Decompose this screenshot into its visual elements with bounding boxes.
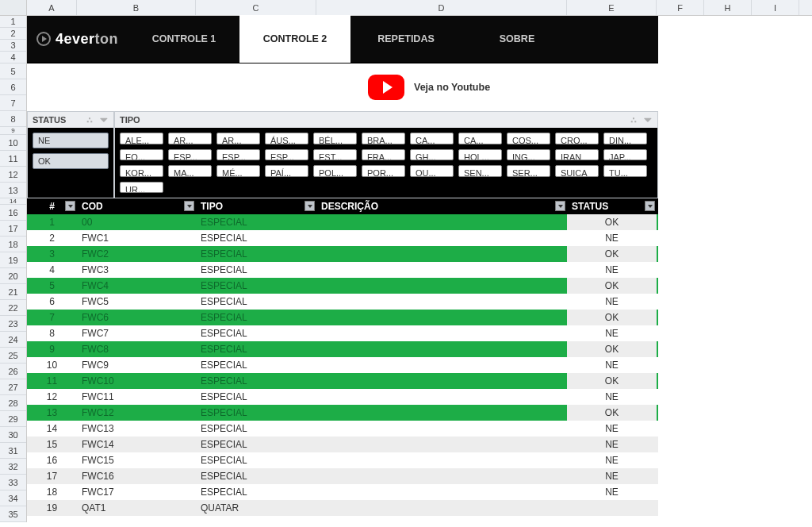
cell-desc[interactable] xyxy=(316,246,567,262)
th-num[interactable]: # xyxy=(27,198,77,214)
cell-status[interactable]: NE xyxy=(567,421,657,437)
nav-tab-sobre[interactable]: SOBRE xyxy=(462,15,573,63)
row-header-22[interactable]: 22 xyxy=(0,300,26,316)
row-header-12[interactable]: 12 xyxy=(0,167,26,183)
row-header-25[interactable]: 25 xyxy=(0,348,26,364)
slicer-tipo-chip[interactable]: SEN... xyxy=(458,165,502,177)
row-header-13[interactable]: 13 xyxy=(0,183,26,198)
row-header-31[interactable]: 31 xyxy=(0,443,26,459)
cell-desc[interactable] xyxy=(316,484,567,500)
cell-desc[interactable] xyxy=(316,500,567,516)
col-header-E[interactable]: E xyxy=(567,0,657,15)
filter-dropdown-icon[interactable] xyxy=(184,201,194,211)
slicer-status-chip[interactable]: NE xyxy=(33,133,109,148)
cell-num[interactable]: 2 xyxy=(27,230,77,246)
row-header-8[interactable]: 8 xyxy=(0,111,26,127)
slicer-tipo-chip[interactable]: SER... xyxy=(507,165,550,177)
row-header-3[interactable]: 3 xyxy=(0,40,26,52)
cell-tipo[interactable]: QUATAR xyxy=(196,500,316,516)
cell-cod[interactable]: 00 xyxy=(77,214,196,230)
row-header-10[interactable]: 10 xyxy=(0,135,26,151)
cell-status[interactable]: OK xyxy=(567,246,657,262)
cell-tipo[interactable]: ESPECIAL xyxy=(196,230,316,246)
cell-tipo[interactable]: ESPECIAL xyxy=(196,373,316,389)
clear-filter-icon[interactable]: ⏷ xyxy=(643,114,653,125)
table-row[interactable]: 3FWC2ESPECIALOK xyxy=(27,246,658,262)
table-row[interactable]: 5FWC4ESPECIALOK xyxy=(27,278,658,294)
cell-desc[interactable] xyxy=(316,310,567,325)
cell-status[interactable]: NE xyxy=(567,452,657,468)
cell-cod[interactable]: FWC8 xyxy=(77,341,196,357)
slicer-tipo-chip[interactable]: ALE... xyxy=(120,133,163,144)
cell-tipo[interactable]: ESPECIAL xyxy=(196,421,316,437)
slicer-tipo-chip[interactable]: POR... xyxy=(362,165,405,177)
row-header-29[interactable]: 29 xyxy=(0,411,26,427)
slicer-tipo-chip[interactable]: QU... xyxy=(410,165,454,177)
col-header-C[interactable]: C xyxy=(196,0,316,15)
cell-tipo[interactable]: ESPECIAL xyxy=(196,484,316,500)
cell-num[interactable]: 16 xyxy=(27,452,77,468)
row-header-26[interactable]: 26 xyxy=(0,364,26,379)
table-row[interactable]: 10FWC9ESPECIALNE xyxy=(27,357,658,373)
cell-desc[interactable] xyxy=(316,437,567,452)
cell-cod[interactable]: FWC15 xyxy=(77,452,196,468)
filter-dropdown-icon[interactable] xyxy=(304,201,315,211)
row-header-6[interactable]: 6 xyxy=(0,79,26,95)
cell-status[interactable]: NE xyxy=(567,437,657,452)
cell-tipo[interactable]: ESPECIAL xyxy=(196,294,316,310)
table-row[interactable]: 2FWC1ESPECIALNE xyxy=(27,230,658,246)
cell-num[interactable]: 15 xyxy=(27,437,77,452)
slicer-tipo-chip[interactable]: BÉL... xyxy=(313,133,357,144)
cell-status[interactable]: NE xyxy=(567,230,657,246)
cell-tipo[interactable]: ESPECIAL xyxy=(196,357,316,373)
slicer-tipo-chip[interactable]: MÉ... xyxy=(216,165,260,177)
cell-status[interactable] xyxy=(567,500,657,516)
slicer-tipo-chip[interactable]: TU... xyxy=(603,165,647,177)
row-header-33[interactable]: 33 xyxy=(0,475,26,490)
cell-cod[interactable]: FWC4 xyxy=(77,278,196,294)
cell-status[interactable]: NE xyxy=(567,262,657,278)
cell-cod[interactable]: FWC1 xyxy=(77,230,196,246)
row-header-17[interactable]: 17 xyxy=(0,221,26,237)
table-row[interactable]: 16FWC15ESPECIALNE xyxy=(27,452,658,468)
cell-desc[interactable] xyxy=(316,214,567,230)
cell-num[interactable]: 6 xyxy=(27,294,77,310)
filter-dropdown-icon[interactable] xyxy=(65,201,75,211)
cell-num[interactable]: 7 xyxy=(27,310,77,325)
th-desc[interactable]: DESCRIÇÃO xyxy=(316,198,567,214)
slicer-tipo-chip[interactable]: ING... xyxy=(507,149,550,161)
row-header-35[interactable]: 35 xyxy=(0,506,26,522)
cell-desc[interactable] xyxy=(316,452,567,468)
cell-cod[interactable]: FWC5 xyxy=(77,294,196,310)
cell-num[interactable]: 18 xyxy=(27,484,77,500)
row-header-28[interactable]: 28 xyxy=(0,395,26,411)
table-row[interactable]: 11FWC10ESPECIALOK xyxy=(27,373,658,389)
slicer-tipo-chip[interactable]: AR... xyxy=(216,133,260,144)
cell-num[interactable]: 14 xyxy=(27,421,77,437)
slicer-tipo-chip[interactable]: ESP... xyxy=(265,149,308,161)
col-header-B[interactable]: B xyxy=(77,0,196,15)
cell-tipo[interactable]: ESPECIAL xyxy=(196,405,316,421)
cell-status[interactable]: OK xyxy=(567,373,657,389)
slicer-tipo-chip[interactable]: JAP... xyxy=(603,149,647,161)
slicer-tipo-chip[interactable]: CA... xyxy=(410,133,454,144)
cell-desc[interactable] xyxy=(316,357,567,373)
cell-status[interactable]: NE xyxy=(567,484,657,500)
slicer-tipo-chip[interactable]: EQ... xyxy=(120,149,163,161)
cell-tipo[interactable]: ESPECIAL xyxy=(196,468,316,484)
cell-cod[interactable]: FWC14 xyxy=(77,437,196,452)
cell-tipo[interactable]: ESPECIAL xyxy=(196,452,316,468)
cell-num[interactable]: 19 xyxy=(27,500,77,516)
slicer-tipo-chip[interactable]: HOL... xyxy=(458,149,502,161)
cell-desc[interactable] xyxy=(316,373,567,389)
th-tipo[interactable]: TIPO xyxy=(196,198,316,214)
cell-tipo[interactable]: ESPECIAL xyxy=(196,437,316,452)
cell-num[interactable]: 11 xyxy=(27,373,77,389)
youtube-link[interactable]: Veja no Youtube xyxy=(368,75,490,100)
col-header-D[interactable]: D xyxy=(316,0,567,15)
cell-tipo[interactable]: ESPECIAL xyxy=(196,262,316,278)
filter-dropdown-icon[interactable] xyxy=(645,201,655,211)
row-header-20[interactable]: 20 xyxy=(0,268,26,284)
cell-status[interactable]: NE xyxy=(567,325,657,341)
row-header-7[interactable]: 7 xyxy=(0,95,26,111)
